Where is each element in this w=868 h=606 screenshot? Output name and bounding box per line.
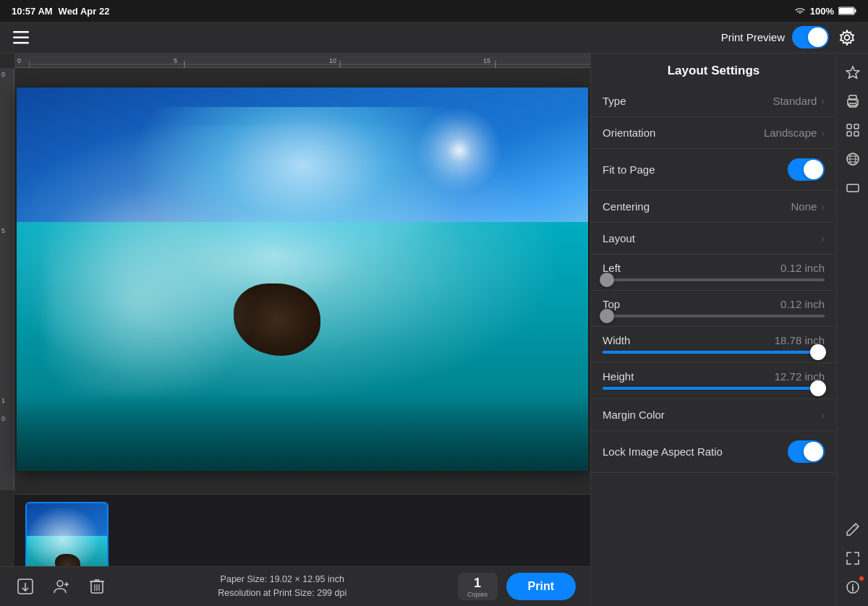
pencil-icon	[846, 522, 860, 537]
top-slider-header: Top 0.12 inch	[603, 298, 825, 310]
top-value: 0.12 inch	[780, 298, 825, 310]
sidebar-pencil-button[interactable]	[840, 516, 866, 542]
star-icon	[846, 65, 860, 80]
layout-row[interactable]: Layout ›	[591, 223, 836, 255]
width-slider-track[interactable]	[603, 351, 825, 354]
import-icon	[17, 579, 33, 594]
sidebar-rect-button[interactable]	[840, 175, 866, 201]
left-slider-section: Left 0.12 inch	[591, 255, 836, 291]
right-panel: Layout Settings Type Standard › Orientat…	[590, 54, 836, 606]
svg-rect-3	[13, 31, 29, 33]
ruler-ticks-h	[29, 54, 590, 68]
height-slider-track[interactable]	[603, 387, 825, 390]
top-slider-thumb[interactable]	[600, 309, 614, 323]
width-slider-thumb[interactable]	[810, 344, 826, 360]
width-slider-header: Width 18.78 inch	[603, 334, 825, 346]
info-icon	[846, 580, 860, 594]
bottom-left-tools	[14, 576, 107, 597]
centering-value: None ›	[791, 200, 825, 213]
centering-label: Centering	[603, 200, 650, 213]
svg-point-26	[856, 101, 857, 103]
top-slider-track[interactable]	[603, 315, 825, 317]
svg-line-37	[854, 525, 857, 528]
info-badge	[859, 576, 864, 581]
lock-aspect-toggle[interactable]	[788, 440, 825, 463]
fit-to-page-toggle[interactable]	[788, 158, 825, 181]
print-preview-label: Print Preview	[721, 31, 785, 43]
wave-image	[17, 88, 588, 471]
sidebar-globe-button[interactable]	[840, 146, 866, 172]
main-area: 0 5 10 15 0 5 1 0	[0, 54, 868, 606]
centering-value-text: None	[791, 200, 817, 213]
menu-button[interactable]	[10, 28, 32, 47]
height-slider-section: Height 12.72 inch	[591, 363, 836, 399]
orientation-value: Landscape ›	[764, 127, 825, 139]
left-slider-header: Left 0.12 inch	[603, 262, 825, 274]
svg-marker-22	[846, 67, 859, 78]
sidebar-star-button[interactable]	[840, 59, 866, 85]
globe-icon	[846, 152, 860, 166]
rect-icon	[846, 181, 860, 195]
trash-icon	[90, 579, 104, 594]
type-value-text: Standard	[773, 95, 817, 107]
ruler-v-11: 0	[1, 415, 5, 422]
type-label: Type	[603, 95, 626, 107]
svg-point-6	[845, 35, 850, 40]
layout-value: ›	[821, 233, 825, 244]
settings-button[interactable]	[836, 27, 858, 48]
type-row[interactable]: Type Standard ›	[591, 85, 836, 117]
print-preview-toggle[interactable]	[792, 26, 829, 48]
sidebar-printer-button[interactable]	[840, 88, 866, 114]
ruler-v-5: 5	[1, 227, 5, 234]
print-button[interactable]: Print	[506, 573, 576, 600]
left-slider-track[interactable]	[603, 278, 825, 281]
sidebar-grid-button[interactable]	[840, 117, 866, 143]
bottom-center: Paper Size: 19.02 × 12.95 inch Resolutio…	[218, 573, 346, 600]
top-slider-section: Top 0.12 inch	[591, 291, 836, 327]
sidebar-expand-button[interactable]	[840, 545, 866, 571]
centering-row[interactable]: Centering None ›	[591, 191, 836, 223]
svg-rect-5	[13, 42, 29, 44]
fit-to-page-row: Fit to Page	[591, 149, 836, 191]
expand-icon	[846, 551, 860, 566]
height-slider-thumb[interactable]	[810, 380, 826, 396]
copies-stepper[interactable]: 1 Copies	[458, 573, 498, 600]
svg-rect-30	[854, 132, 859, 136]
copies-label: Copies	[467, 591, 488, 598]
orientation-row[interactable]: Orientation Landscape ›	[591, 117, 836, 149]
icon-sidebar	[836, 54, 868, 606]
orientation-chevron: ›	[821, 127, 825, 139]
status-date: Wed Apr 22	[59, 6, 110, 17]
width-label: Width	[603, 334, 630, 346]
ruler-v-0: 0	[1, 71, 5, 78]
canvas-area: 0 5 10 15 0 5 1 0	[0, 54, 590, 606]
horizontal-ruler: 0 5 10 15	[14, 54, 590, 68]
width-slider-fill	[603, 351, 818, 354]
copies-value: 1	[474, 576, 481, 591]
delete-button[interactable]	[87, 576, 107, 597]
hamburger-icon	[13, 31, 29, 44]
svg-rect-27	[847, 124, 851, 129]
sidebar-info-button[interactable]	[840, 574, 866, 600]
centering-chevron: ›	[821, 201, 825, 213]
wifi-icon	[794, 7, 806, 15]
type-value: Standard ›	[773, 95, 825, 107]
paper-size-text: Paper Size: 19.02 × 12.95 inch	[218, 573, 346, 586]
sun-flare	[416, 107, 503, 194]
settings-panel: Layout Settings Type Standard › Orientat…	[591, 54, 836, 606]
add-person-icon	[54, 579, 69, 594]
svg-rect-1	[855, 9, 856, 13]
margin-color-row[interactable]: Margin Color ›	[591, 399, 836, 431]
add-person-button[interactable]	[51, 576, 72, 597]
status-right: 100%	[794, 6, 856, 17]
import-button[interactable]	[14, 576, 36, 597]
left-slider-thumb[interactable]	[600, 273, 614, 287]
svg-point-14	[57, 581, 63, 586]
settings-title: Layout Settings	[591, 54, 836, 85]
svg-rect-4	[13, 36, 29, 38]
ruler-v-10: 1	[1, 397, 5, 404]
lock-aspect-row: Lock Image Aspect Ratio	[591, 431, 836, 473]
layout-chevron: ›	[821, 233, 825, 244]
bottom-right: 1 Copies Print	[458, 573, 576, 600]
dark-water	[17, 394, 588, 471]
